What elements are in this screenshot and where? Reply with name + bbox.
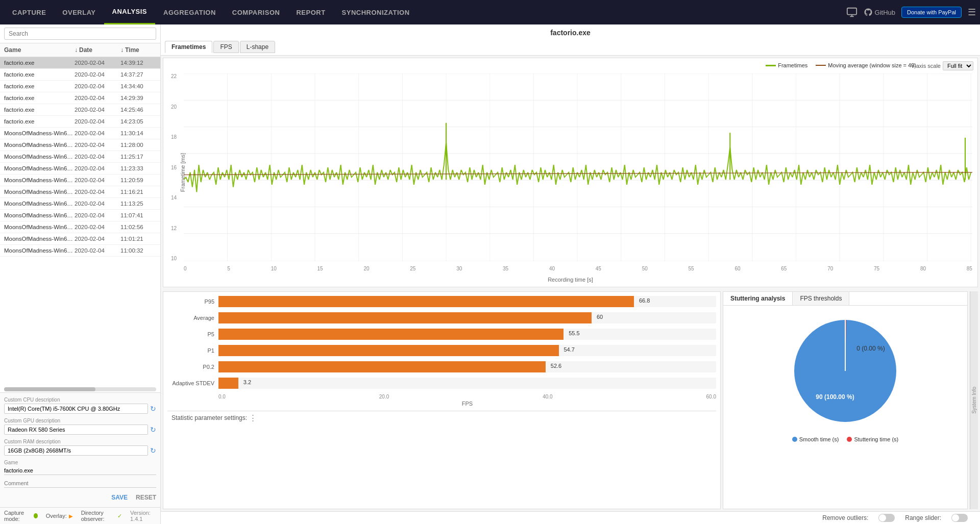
file-time: 14:23:05 <box>120 118 156 124</box>
file-list-item[interactable]: MoonsOfMadness-Win64-Shipping.exe 2020-0… <box>0 198 160 210</box>
file-date: 2020-02-04 <box>75 247 120 254</box>
file-list-item[interactable]: MoonsOfMadness-Win64-Shipping.exe 2020-0… <box>0 245 160 257</box>
left-panel: Game ↓ Date ↓ Time factorio.exe 2020-02-… <box>0 24 161 524</box>
file-list-item[interactable]: MoonsOfMadness-Win64-Shipping.exe 2020-0… <box>0 233 160 245</box>
tab-fps[interactable]: FPS <box>213 41 238 53</box>
system-info-sidebar[interactable]: System Info <box>970 291 978 509</box>
file-time: 14:34:40 <box>120 83 156 89</box>
overlay-status: Overlay: ▶ <box>46 513 73 519</box>
stat-settings-more-icon[interactable]: ⋮ <box>249 413 257 422</box>
nav-item-overlay[interactable]: OVERLAY <box>54 0 104 24</box>
file-time: 11:20:59 <box>120 177 156 183</box>
file-list-item[interactable]: MoonsOfMadness-Win64-Shipping.exe 2020-0… <box>0 210 160 221</box>
file-game-name: MoonsOfMadness-Win64-Shipping.exe <box>4 130 75 136</box>
remove-outliers-toggle[interactable] <box>878 514 895 522</box>
horizontal-scroll-thumb[interactable] <box>4 387 95 391</box>
monitor-icon[interactable] <box>846 7 857 18</box>
horizontal-scroll-track[interactable] <box>4 387 156 391</box>
file-list-item[interactable]: MoonsOfMadness-Win64-Shipping.exe 2020-0… <box>0 128 160 139</box>
bar-chart-row: P5 55.5 <box>167 329 716 340</box>
range-slider-label: Range slider: <box>905 514 941 521</box>
game-form-input[interactable] <box>4 466 156 475</box>
column-header-date[interactable]: ↓ Date <box>75 46 120 54</box>
bar-chart-row: P0.2 52.6 <box>167 361 716 372</box>
reset-button[interactable]: RESET <box>136 494 156 501</box>
remove-outliers-knob <box>879 514 886 521</box>
bar-container: 55.5 <box>218 329 716 340</box>
ram-input[interactable] <box>4 445 148 456</box>
nav-item-aggregation[interactable]: AGGREGATION <box>155 0 224 24</box>
legend-frametimes-color <box>766 65 776 66</box>
file-date: 2020-02-04 <box>75 189 120 195</box>
file-game-name: MoonsOfMadness-Win64-Shipping.exe <box>4 224 75 230</box>
file-time: 11:23:33 <box>120 165 156 171</box>
gpu-input[interactable] <box>4 425 148 435</box>
bar-fill <box>218 378 238 389</box>
version-label: Version: 1.4.1 <box>130 510 156 522</box>
nav-item-capture[interactable]: CAPTURE <box>4 0 54 24</box>
file-game-name: MoonsOfMadness-Win64-Shipping.exe <box>4 247 75 254</box>
tab-stuttering-analysis[interactable]: Stuttering analysis <box>723 292 793 305</box>
save-button[interactable]: SAVE <box>111 494 128 501</box>
bar-label: Adaptive STDEV <box>167 380 218 386</box>
legend-moving-avg-color <box>816 65 826 66</box>
system-info-label: System Info <box>971 387 977 414</box>
file-time: 11:07:41 <box>120 212 156 218</box>
file-time: 14:25:46 <box>120 107 156 113</box>
file-date: 2020-02-04 <box>75 95 120 101</box>
file-game-name: factorio.exe <box>4 107 75 113</box>
pie-stutter-color <box>847 437 852 442</box>
comment-input[interactable] <box>4 479 156 488</box>
file-list-item[interactable]: MoonsOfMadness-Win64-Shipping.exe 2020-0… <box>0 186 160 198</box>
file-list-item[interactable]: MoonsOfMadness-Win64-Shipping.exe 2020-0… <box>0 151 160 163</box>
svg-text:90 (100.00 %): 90 (100.00 %) <box>816 393 854 401</box>
directory-observer-status: Directory observer: ✓ <box>81 510 122 522</box>
search-input[interactable] <box>4 28 156 40</box>
cpu-input[interactable] <box>4 404 148 414</box>
github-link[interactable]: GitHub <box>864 8 895 17</box>
file-list-item[interactable]: factorio.exe 2020-02-04 14:39:12 <box>0 57 160 69</box>
file-list-item[interactable]: MoonsOfMadness-Win64-Shipping.exe 2020-0… <box>0 221 160 233</box>
chart-title: factorio.exe <box>161 24 980 39</box>
chart-tabs: Frametimes FPS L-shape <box>161 39 980 56</box>
nav-item-analysis[interactable]: ANALYSIS <box>104 0 156 24</box>
file-game-name: MoonsOfMadness-Win64-Shipping.exe <box>4 165 75 171</box>
tab-fps-thresholds[interactable]: FPS thresholds <box>793 292 849 305</box>
overlay-play-icon: ▶ <box>69 513 73 519</box>
ram-label: Custom RAM description <box>4 439 156 444</box>
file-game-name: factorio.exe <box>4 118 75 124</box>
file-list-item[interactable]: factorio.exe 2020-02-04 14:34:40 <box>0 81 160 92</box>
file-list-item[interactable]: factorio.exe 2020-02-04 14:29:39 <box>0 92 160 104</box>
nav-item-report[interactable]: REPORT <box>288 0 333 24</box>
nav-item-synchronization[interactable]: SYNCHRONIZATION <box>334 0 418 24</box>
range-slider-toggle[interactable] <box>951 514 968 522</box>
y-axis-scale-select[interactable]: Full fit Fixed <box>943 61 973 70</box>
cpu-label: Custom CPU description <box>4 397 156 403</box>
tab-lshape[interactable]: L-shape <box>240 41 275 53</box>
gpu-refresh-button[interactable]: ↻ <box>150 426 156 434</box>
bar-chart-row: P1 54.7 <box>167 345 716 356</box>
bar-label: Average <box>167 315 218 321</box>
paypal-donate-button[interactable]: Donate with PayPal <box>901 7 962 18</box>
hamburger-menu-icon[interactable]: ☰ <box>968 7 976 18</box>
bar-chart-panel: P95 66.8 Average 60 P5 55.5 P1 54.7 <box>163 291 721 509</box>
file-list-item[interactable]: MoonsOfMadness-Win64-Shipping.exe 2020-0… <box>0 174 160 186</box>
legend-moving-avg: Moving average (window size = 40) <box>816 62 916 68</box>
bar-chart-row: Average 60 <box>167 312 716 323</box>
file-list-item[interactable]: MoonsOfMadness-Win64-Shipping.exe 2020-0… <box>0 139 160 151</box>
bar-value: 3.2 <box>243 379 251 385</box>
ram-refresh-button[interactable]: ↻ <box>150 446 156 455</box>
file-list-item[interactable]: MoonsOfMadness-Win64-Shipping.exe 2020-0… <box>0 163 160 174</box>
range-slider-knob <box>952 514 959 521</box>
cpu-refresh-button[interactable]: ↻ <box>150 405 156 413</box>
bar-fill <box>218 361 546 372</box>
nav-item-comparison[interactable]: COMPARISON <box>224 0 288 24</box>
file-list-item[interactable]: factorio.exe 2020-02-04 14:25:46 <box>0 104 160 116</box>
column-header-time[interactable]: ↓ Time <box>120 46 156 54</box>
tab-frametimes[interactable]: Frametimes <box>165 41 212 53</box>
file-time: 11:13:25 <box>120 201 156 207</box>
status-bar: Capture mode: Overlay: ▶ Directory obser… <box>0 507 160 524</box>
file-list-item[interactable]: factorio.exe 2020-02-04 14:37:27 <box>0 69 160 81</box>
stat-settings-label: Statistic parameter settings: <box>172 414 247 421</box>
file-list-item[interactable]: factorio.exe 2020-02-04 14:23:05 <box>0 116 160 128</box>
